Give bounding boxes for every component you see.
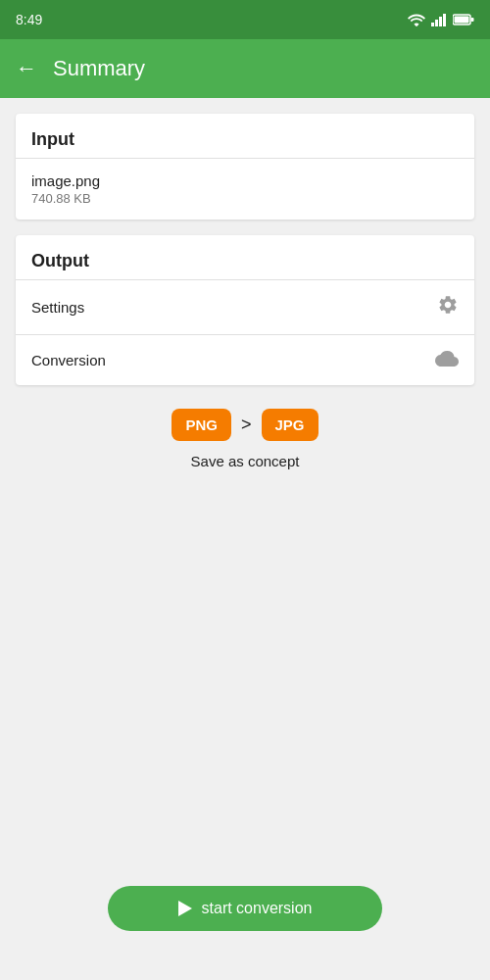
input-filesize: 740.88 KB	[31, 191, 459, 206]
from-format-badge: PNG	[172, 409, 231, 441]
arrow-icon: >	[241, 415, 252, 435]
play-icon	[178, 901, 192, 916]
svg-rect-6	[471, 18, 474, 22]
settings-row[interactable]: Settings	[16, 280, 474, 335]
bottom-bar: start conversion	[0, 876, 490, 941]
status-time: 8:49	[16, 12, 42, 27]
settings-label: Settings	[31, 299, 84, 316]
svg-rect-3	[443, 14, 446, 26]
start-button-label: start conversion	[202, 900, 313, 917]
input-card: Input image.png 740.88 KB	[16, 114, 474, 220]
input-card-header: Input	[16, 114, 474, 159]
page-title: Summary	[53, 56, 145, 81]
gear-icon	[437, 294, 459, 320]
status-icons	[408, 13, 474, 26]
output-heading: Output	[31, 251, 89, 270]
back-button[interactable]: ←	[16, 56, 37, 81]
status-bar: 8:49	[0, 0, 490, 39]
conversion-label: Conversion	[31, 352, 106, 368]
input-filename: image.png	[31, 172, 459, 189]
input-heading: Input	[31, 129, 74, 149]
svg-rect-2	[439, 17, 442, 26]
input-file-info: image.png 740.88 KB	[16, 159, 474, 220]
conversion-row[interactable]: Conversion	[16, 335, 474, 385]
app-bar: ← Summary	[0, 39, 490, 98]
signal-icon	[431, 13, 447, 26]
svg-rect-1	[435, 20, 438, 26]
svg-rect-0	[431, 23, 434, 26]
output-card: Output Settings Conversion	[16, 235, 474, 385]
to-format-badge: JPG	[262, 409, 318, 441]
cloud-icon	[435, 349, 459, 371]
conversion-badges: PNG > JPG	[172, 409, 318, 441]
svg-rect-5	[455, 17, 469, 24]
wifi-icon	[408, 13, 425, 26]
start-conversion-button[interactable]: start conversion	[108, 886, 382, 931]
output-card-header: Output	[16, 235, 474, 280]
main-content: Input image.png 740.88 KB Output Setting…	[0, 98, 490, 501]
battery-icon	[453, 14, 474, 25]
save-concept-label[interactable]: Save as concept	[191, 453, 300, 469]
conversion-section: PNG > JPG Save as concept	[16, 409, 474, 469]
